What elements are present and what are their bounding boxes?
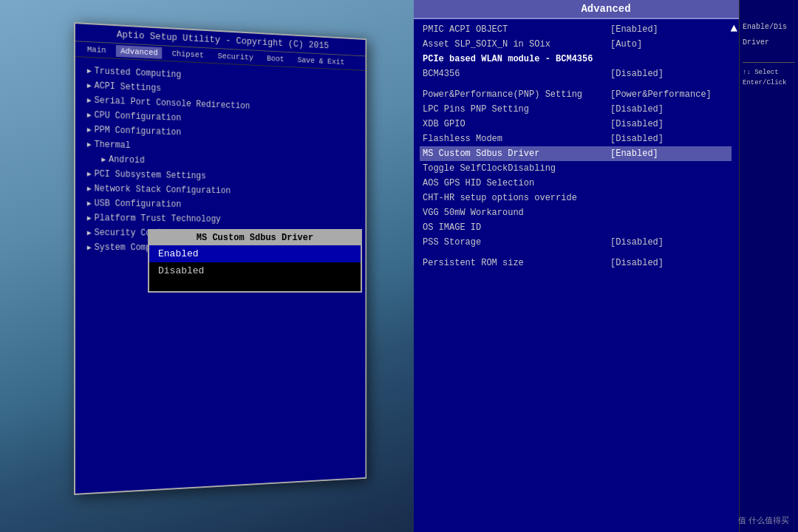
nav-advanced[interactable]: Advanced (116, 45, 162, 59)
ms-custom-sdbus-dropdown[interactable]: MS Custom Sdbus Driver Enabled Disabled (148, 229, 362, 293)
dropdown-title: MS Custom Sdbus Driver (149, 231, 361, 245)
help-driver: Driver (743, 38, 795, 47)
nav-boot[interactable]: Boot (263, 52, 288, 65)
arrow-icon: ▶ (87, 111, 92, 120)
setting-cht-hr[interactable]: CHT-HR setup options override (420, 191, 732, 205)
setting-xdb-gpio[interactable]: XDB GPIO [Disabled] (420, 117, 732, 132)
setting-flashless-modem[interactable]: Flashless Modem [Disabled] (420, 132, 732, 146)
site-watermark: 值 什么值得买 (738, 515, 789, 526)
arrow-icon: ▶ (87, 96, 92, 105)
arrow-icon: ▶ (87, 126, 92, 134)
arrow-icon: ▶ (87, 214, 92, 222)
setting-spacer2 (420, 250, 732, 256)
setting-lpc-pins[interactable]: LPC Pins PNP Setting [Disabled] (420, 102, 732, 117)
setting-bcm4356[interactable]: BCM4356 [Disabled] (420, 66, 732, 81)
setting-aos-gps[interactable]: AOS GPS HID Selection (420, 176, 732, 191)
help-shortcuts: ↑↓ Select Enter/Click (743, 62, 795, 86)
dropdown-option-disabled[interactable]: Disabled (149, 262, 361, 279)
setting-vgg-50mw[interactable]: VGG 50mW Workaround (420, 205, 732, 220)
arrow-icon: ▶ (87, 184, 92, 193)
nav-main[interactable]: Main (83, 44, 111, 57)
arrow-icon: ▶ (87, 169, 92, 178)
setting-ms-custom-sdbus[interactable]: MS Custom Sdbus Driver [Enabled] (420, 146, 732, 161)
nav-save-exit[interactable]: Save & Exit (293, 54, 348, 68)
help-enable-disable: Enable/Dis (743, 22, 795, 32)
arrow-icon: ▶ (87, 140, 92, 149)
setting-asset-slp[interactable]: Asset SLP_SOIX_N in SOix [Auto] (420, 37, 732, 52)
arrow-icon: ▶ (87, 81, 92, 90)
scroll-up-indicator: ▲ (730, 22, 737, 35)
arrow-icon: ▶ (87, 243, 92, 252)
arrow-icon: ▶ (87, 199, 92, 208)
setting-persistent-rom[interactable]: Persistent ROM size [Disabled] (420, 256, 732, 270)
dropdown-bottom-spacer (149, 279, 361, 291)
nav-security[interactable]: Security (214, 50, 257, 64)
help-sidebar: Enable/Dis Driver ↑↓ Select Enter/Click (739, 0, 798, 532)
setting-os-image-id[interactable]: OS IMAGE ID (420, 220, 732, 235)
setting-spacer1 (420, 81, 732, 87)
setting-power-perf[interactable]: Power&Performance(PNP) Setting [Power&Pe… (420, 87, 732, 102)
right-bios-panel: Advanced PMIC ACPI OBJECT [Enabled] Asse… (414, 0, 798, 532)
setting-pmic-acpi[interactable]: PMIC ACPI OBJECT [Enabled] (420, 22, 732, 37)
arrow-icon: ▶ (101, 155, 106, 164)
setting-toggle-selfclock[interactable]: Toggle SelfClockDisabling (420, 161, 732, 176)
setting-pss-storage[interactable]: PSS Storage [Disabled] (420, 235, 732, 250)
arrow-icon: ▶ (87, 66, 92, 75)
arrow-icon: ▶ (87, 228, 92, 237)
setting-pcie-wlan-header: PCIe based WLAN module - BCM4356 (420, 52, 732, 66)
nav-chipset[interactable]: Chipset (168, 48, 208, 61)
dropdown-option-enabled[interactable]: Enabled (149, 245, 361, 262)
